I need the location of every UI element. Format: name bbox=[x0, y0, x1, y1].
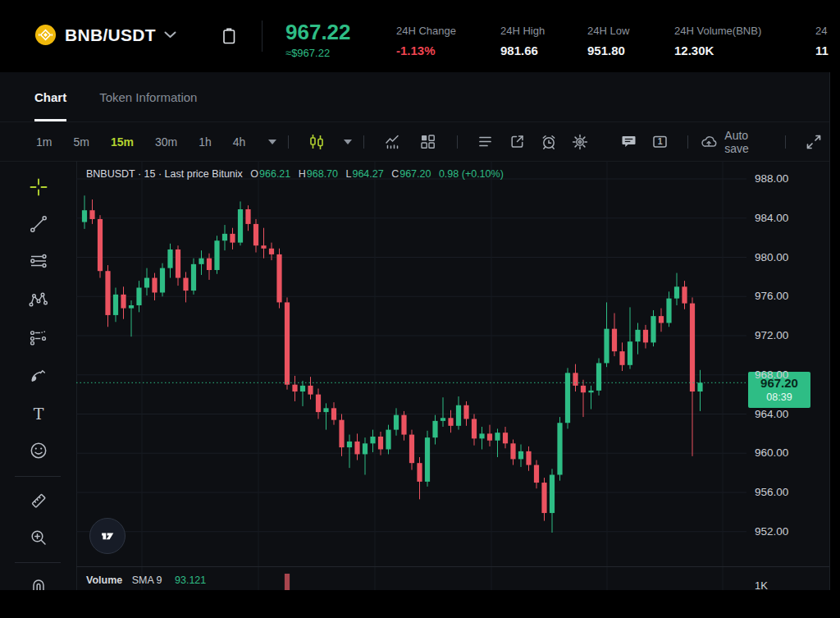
candle bbox=[510, 443, 515, 459]
tool-horizontal-lines[interactable] bbox=[0, 245, 76, 277]
candle bbox=[370, 437, 375, 443]
pair-selector[interactable]: BNB/USDT bbox=[34, 24, 176, 46]
stat-column: 24H Low951.80 bbox=[587, 25, 629, 57]
candle bbox=[573, 373, 578, 386]
tool-text[interactable]: T bbox=[0, 397, 76, 430]
candle bbox=[635, 330, 640, 341]
candle bbox=[191, 264, 196, 291]
candle bbox=[105, 271, 110, 315]
kline-panel-button[interactable] bbox=[218, 25, 240, 47]
emoji-icon bbox=[28, 440, 49, 461]
price-axis[interactable]: 967.20 08:39 1K 988.00984.00980.00976.00… bbox=[746, 161, 829, 591]
chart-canvas[interactable] bbox=[76, 161, 746, 591]
candle bbox=[550, 475, 555, 514]
horizontal-lines-icon bbox=[28, 250, 49, 272]
settings-button[interactable] bbox=[564, 133, 596, 151]
chart-region: T bbox=[0, 161, 829, 591]
chat-button[interactable] bbox=[613, 133, 645, 150]
share-button[interactable] bbox=[501, 133, 533, 150]
tool-emoji[interactable] bbox=[0, 434, 76, 467]
candle bbox=[261, 245, 266, 249]
chart-pane: BNBUSDT · 15 · Last price Bitunix O966.2… bbox=[76, 161, 746, 591]
badge-time: 08:39 bbox=[766, 391, 792, 405]
stat-label: 24H Volume(BNB) bbox=[674, 25, 761, 37]
tool-forecast[interactable] bbox=[0, 320, 76, 353]
candle bbox=[526, 451, 531, 465]
candle bbox=[682, 286, 687, 303]
toolbar-divider bbox=[363, 135, 364, 149]
layout-count-button[interactable]: 1 bbox=[644, 133, 676, 150]
timeframe-1h[interactable]: 1h bbox=[199, 135, 212, 149]
timeframe-5m[interactable]: 5m bbox=[73, 135, 89, 149]
zoom-in-icon bbox=[28, 527, 49, 548]
pane-separator[interactable] bbox=[76, 566, 829, 567]
tool-crosshair[interactable] bbox=[0, 171, 76, 204]
candle bbox=[363, 443, 368, 454]
timeframe-30m[interactable]: 30m bbox=[155, 135, 177, 149]
axis-tick-label: 964.00 bbox=[755, 408, 788, 420]
candle bbox=[347, 442, 352, 447]
ruler-icon bbox=[28, 490, 49, 511]
tool-ruler[interactable] bbox=[0, 484, 76, 517]
legend-title: BNBUSDT · 15 · Last price Bitunix bbox=[86, 168, 243, 180]
toolbar-divider bbox=[288, 135, 289, 149]
stat-column: 2411 bbox=[815, 25, 829, 57]
chart-legend: BNBUSDT · 15 · Last price Bitunix O966.2… bbox=[86, 168, 509, 180]
axis-tick-label: 988.00 bbox=[755, 172, 788, 185]
stat-value: 951.80 bbox=[587, 43, 629, 57]
legend-low-value: 964.27 bbox=[352, 168, 383, 180]
candle bbox=[167, 249, 172, 268]
candle bbox=[323, 408, 328, 412]
tool-xabcd-pattern[interactable] bbox=[0, 283, 76, 316]
toolbar-divider bbox=[457, 135, 458, 149]
chevron-down-icon[interactable] bbox=[344, 140, 352, 144]
candle bbox=[495, 433, 500, 441]
tradingview-icon bbox=[98, 526, 117, 546]
candle bbox=[628, 341, 632, 365]
candle bbox=[612, 329, 617, 351]
volume-axis-label: 1K bbox=[755, 579, 768, 591]
layout-grid-button[interactable] bbox=[411, 133, 446, 150]
timeframe-1m[interactable]: 1m bbox=[36, 135, 52, 149]
tool-zoom-in[interactable] bbox=[0, 521, 76, 554]
indicators-button[interactable] bbox=[376, 133, 411, 151]
header: BNB/USDT 967.22 ≈$967.22 24H Change-1.13… bbox=[0, 0, 840, 72]
price-block: 967.22 ≈$967.22 bbox=[285, 21, 351, 59]
legend-open-label: O bbox=[250, 168, 258, 180]
svg-text:T: T bbox=[33, 405, 43, 423]
candle-type-button[interactable] bbox=[300, 133, 332, 151]
magnet-icon bbox=[28, 574, 49, 591]
text-tool-icon: T bbox=[28, 403, 49, 424]
stat-value: -1.13% bbox=[396, 43, 456, 57]
fullscreen-button[interactable] bbox=[797, 134, 829, 150]
legend-high-value: 968.70 bbox=[307, 168, 338, 180]
brush-icon bbox=[28, 364, 49, 386]
timeframe-4h[interactable]: 4h bbox=[233, 135, 246, 149]
axis-tick-label: 972.00 bbox=[755, 329, 788, 341]
candle bbox=[479, 433, 484, 438]
tab-chart[interactable]: Chart bbox=[34, 72, 66, 121]
candle bbox=[98, 219, 103, 271]
tab-token-information[interactable]: Token Information bbox=[99, 72, 197, 121]
candle bbox=[121, 295, 126, 309]
chart-toolbar: 1m5m15m30m1h4h bbox=[0, 122, 829, 162]
tab-bar: ChartToken Information bbox=[0, 72, 829, 122]
tradingview-logo[interactable] bbox=[89, 518, 126, 554]
chevron-down-icon[interactable] bbox=[268, 140, 276, 144]
volume-legend: Volume SMA 9 93.121 bbox=[86, 575, 206, 586]
timeframe-15m[interactable]: 15m bbox=[111, 135, 134, 149]
tool-trend-line[interactable] bbox=[0, 208, 76, 240]
auto-save-button[interactable]: Auto save bbox=[700, 129, 774, 155]
trend-line-icon bbox=[28, 213, 49, 235]
tool-magnet[interactable] bbox=[0, 570, 76, 591]
tool-brush[interactable] bbox=[0, 359, 76, 391]
volume-sma-label: SMA 9 bbox=[132, 575, 162, 586]
candle bbox=[292, 385, 297, 391]
sidebar-divider bbox=[15, 562, 61, 563]
order-list-button[interactable] bbox=[469, 133, 501, 150]
candle bbox=[300, 386, 305, 391]
candle bbox=[448, 418, 453, 426]
candle bbox=[183, 278, 188, 291]
alert-button[interactable] bbox=[532, 133, 564, 151]
candle bbox=[409, 435, 414, 464]
